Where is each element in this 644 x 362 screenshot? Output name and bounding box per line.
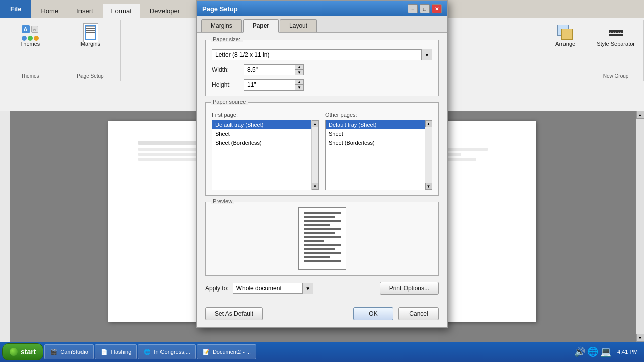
preview-section: Preview [205, 202, 439, 276]
print-options-button[interactable]: Print Options... [380, 282, 439, 295]
footer-ok-cancel: OK Cancel [353, 307, 439, 320]
height-decrement[interactable]: ▼ [295, 85, 304, 90]
other-pages-item-2[interactable]: Sheet (Borderless) [326, 138, 425, 147]
preview-line-8 [304, 240, 324, 242]
other-pages-item-1[interactable]: Sheet [326, 129, 425, 138]
margins-content: Margins [77, 22, 104, 71]
style-separator-button[interactable]: Style Separator [593, 22, 638, 49]
tab-insert[interactable]: Insert [68, 4, 102, 18]
tab-layout[interactable]: Layout [280, 19, 317, 32]
first-page-scrollbar: ▲ ▼ [311, 120, 318, 190]
preview-section-label: Preview [211, 198, 234, 204]
preview-line-1 [304, 212, 341, 214]
start-button[interactable]: start [2, 343, 43, 360]
preview-line-2 [304, 216, 335, 218]
first-page-item-1[interactable]: Sheet [212, 129, 311, 138]
dialog-body: Paper size: Letter (8 1/2 x 11 in) Legal… [197, 33, 447, 302]
arrange-content: Arrange [552, 22, 579, 77]
start-orb [10, 348, 18, 356]
first-page-item-2[interactable]: Sheet (Borderless) [212, 138, 311, 147]
clock: 4:41 PM [613, 348, 642, 355]
paper-size-select-wrapper: Letter (8 1/2 x 11 in) Legal (8 1/2 x 14… [212, 49, 432, 60]
taskbar-item-document[interactable]: 📝 Document2 - ... [197, 344, 256, 359]
preview-line-13 [304, 260, 341, 262]
tab-developer[interactable]: Developer [141, 4, 188, 18]
taskbar: start 🎬 CamStudio 📄 Flashing 🌐 In Congre… [0, 342, 644, 362]
other-pages-scroll-down[interactable]: ▼ [425, 183, 432, 190]
ok-button[interactable]: OK [353, 307, 393, 320]
style-sep-group-label: New Group [603, 71, 629, 79]
tray-computer-icon: 💻 [600, 346, 611, 357]
preview-line-7 [304, 236, 341, 238]
taskbar-item-congress[interactable]: 🌐 In Congress,... [138, 344, 196, 359]
ribbon-group-arrange: Arrange [543, 20, 588, 81]
arrange-button[interactable]: Arrange [552, 22, 579, 49]
close-button[interactable]: ✕ [432, 4, 442, 13]
start-label: start [21, 348, 36, 356]
width-increment[interactable]: ▲ [295, 64, 304, 70]
themes-btn-label: Themes [20, 41, 40, 47]
preview-line-9 [304, 244, 341, 246]
minimize-button[interactable]: – [408, 4, 418, 13]
first-page-col: First page: Default tray (Sheet) Sheet S… [212, 112, 319, 190]
width-decrement[interactable]: ▼ [295, 70, 304, 75]
ribbon-group-themes: A A Themes Themes [0, 20, 60, 81]
height-increment[interactable]: ▲ [295, 79, 304, 85]
height-spinner: 11" ▲ ▼ [244, 79, 304, 90]
document-icon: 📝 [202, 348, 210, 356]
paper-size-section: Paper size: Letter (8 1/2 x 11 in) Legal… [205, 40, 439, 96]
apply-to-select-wrapper: Whole document This point forward This s… [233, 283, 313, 294]
sys-tray: 🔊 🌐 💻 [574, 346, 611, 357]
camstudio-icon: 🎬 [50, 348, 58, 356]
page-setup-dialog: Page Setup – □ ✕ Margins Paper Layout Pa… [196, 0, 448, 328]
preview-line-6 [304, 232, 335, 234]
dialog-footer: Set As Default OK Cancel [197, 302, 447, 327]
dialog-tabs: Margins Paper Layout [197, 16, 447, 33]
first-page-scroll-down[interactable]: ▼ [312, 183, 319, 190]
height-row: Height: 11" ▲ ▼ [212, 79, 432, 90]
margins-group-label: Page Setup [77, 71, 103, 79]
apply-row: Apply to: Whole document This point forw… [205, 282, 439, 295]
paper-source-section: Paper source First page: Default tray (S… [205, 102, 439, 196]
paper-size-row: Letter (8 1/2 x 11 in) Legal (8 1/2 x 14… [212, 49, 432, 60]
other-pages-item-0[interactable]: Default tray (Sheet) [326, 120, 425, 129]
taskbar-item-flashing[interactable]: 📄 Flashing [95, 344, 137, 359]
style-sep-label: Style Separator [597, 41, 635, 47]
taskbar-item-camstudio[interactable]: 🎬 CamStudio [44, 344, 93, 359]
ruler-left [0, 111, 10, 342]
cancel-button[interactable]: Cancel [398, 307, 439, 320]
taskbar-right: 🔊 🌐 💻 4:41 PM [574, 346, 642, 357]
tab-margins[interactable]: Margins [201, 19, 242, 32]
style-separator-icon [608, 25, 624, 41]
set-as-default-button[interactable]: Set As Default [205, 307, 263, 320]
paper-size-select[interactable]: Letter (8 1/2 x 11 in) Legal (8 1/2 x 14… [212, 49, 432, 60]
tab-format[interactable]: Format [103, 4, 140, 18]
flashing-icon: 📄 [100, 348, 108, 356]
tab-paper[interactable]: Paper [243, 19, 279, 33]
scroll-down-arrow[interactable]: ▼ [636, 334, 645, 342]
other-pages-scroll-up[interactable]: ▲ [425, 120, 432, 127]
first-page-scroll-up[interactable]: ▲ [312, 120, 319, 127]
width-spinner-btns: ▲ ▼ [295, 64, 304, 75]
apply-to-select[interactable]: Whole document This point forward This s… [233, 283, 313, 294]
themes-button[interactable]: A A Themes [17, 22, 44, 49]
other-pages-scrollbar: ▲ ▼ [425, 120, 432, 190]
height-spinner-btns: ▲ ▼ [295, 79, 304, 90]
other-pages-listbox-inner: Default tray (Sheet) Sheet Sheet (Border… [326, 120, 425, 190]
clock-time: 4:41 PM [617, 348, 638, 355]
first-page-label: First page: [212, 112, 319, 118]
congress-label: In Congress,... [154, 349, 190, 355]
margins-button[interactable]: Margins [77, 22, 104, 49]
other-pages-label: Other pages: [325, 112, 432, 118]
ribbon-group-margins: Margins Page Setup [60, 20, 121, 81]
congress-icon: 🌐 [143, 348, 151, 356]
first-page-listbox: Default tray (Sheet) Sheet Sheet (Border… [212, 120, 319, 190]
themes-group-label: Themes [21, 71, 39, 79]
tab-home[interactable]: Home [32, 4, 67, 18]
scroll-up-arrow[interactable]: ▲ [636, 111, 645, 119]
maximize-button[interactable]: □ [420, 4, 430, 13]
first-page-item-0[interactable]: Default tray (Sheet) [212, 120, 311, 129]
file-tab[interactable]: File [0, 0, 31, 18]
camstudio-label: CamStudio [60, 349, 88, 355]
themes-content: A A Themes [17, 22, 44, 71]
